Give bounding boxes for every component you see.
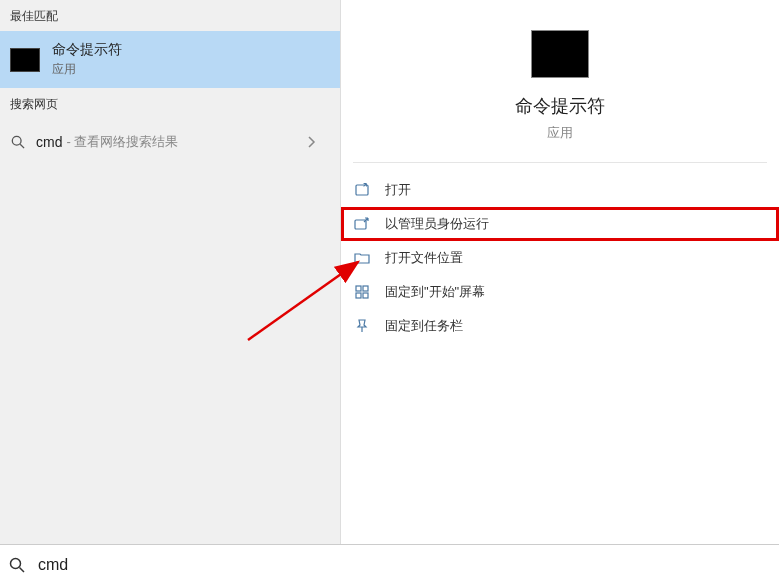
chevron-right-icon — [308, 136, 316, 148]
web-suffix-text: - 查看网络搜索结果 — [66, 133, 178, 151]
folder-icon — [353, 249, 371, 267]
svg-rect-6 — [356, 293, 361, 298]
results-panel: 最佳匹配 命令提示符 应用 搜索网页 cmd - 查看网络搜索结果 — [0, 0, 341, 544]
open-icon — [353, 181, 371, 199]
action-label: 固定到"开始"屏幕 — [385, 283, 485, 301]
svg-point-0 — [12, 136, 21, 145]
pin-start-icon — [353, 283, 371, 301]
action-label: 打开 — [385, 181, 411, 199]
svg-line-1 — [20, 144, 24, 148]
action-open[interactable]: 打开 — [341, 173, 779, 207]
action-run-as-admin[interactable]: 以管理员身份运行 — [341, 207, 779, 241]
search-icon — [10, 134, 26, 150]
cmd-icon — [10, 48, 40, 72]
svg-line-9 — [20, 567, 25, 572]
web-query-text: cmd — [36, 134, 62, 150]
preview-subtitle: 应用 — [353, 124, 767, 142]
result-title: 命令提示符 — [52, 41, 122, 59]
search-input[interactable] — [38, 556, 771, 574]
action-label: 固定到任务栏 — [385, 317, 463, 335]
cmd-icon-large — [531, 30, 589, 78]
preview-title: 命令提示符 — [353, 94, 767, 118]
svg-rect-4 — [356, 286, 361, 291]
result-subtitle: 应用 — [52, 61, 122, 78]
pin-taskbar-icon — [353, 317, 371, 335]
best-match-result[interactable]: 命令提示符 应用 — [0, 31, 340, 88]
action-pin-taskbar[interactable]: 固定到任务栏 — [341, 309, 779, 343]
action-label: 打开文件位置 — [385, 249, 463, 267]
action-open-location[interactable]: 打开文件位置 — [341, 241, 779, 275]
search-icon — [8, 556, 26, 574]
preview-panel: 命令提示符 应用 打开 以管理员身份运行 打开文件位置 — [341, 0, 779, 544]
web-search-header: 搜索网页 — [0, 88, 340, 119]
svg-rect-5 — [363, 286, 368, 291]
best-match-header: 最佳匹配 — [0, 0, 340, 31]
web-search-result[interactable]: cmd - 查看网络搜索结果 — [0, 119, 340, 165]
action-pin-start[interactable]: 固定到"开始"屏幕 — [341, 275, 779, 309]
actions-list: 打开 以管理员身份运行 打开文件位置 固定到"开始"屏幕 — [341, 163, 779, 343]
action-label: 以管理员身份运行 — [385, 215, 489, 233]
svg-rect-2 — [356, 185, 368, 195]
admin-icon — [353, 215, 371, 233]
svg-point-8 — [11, 558, 21, 568]
svg-rect-7 — [363, 293, 368, 298]
search-bar[interactable] — [0, 544, 779, 584]
